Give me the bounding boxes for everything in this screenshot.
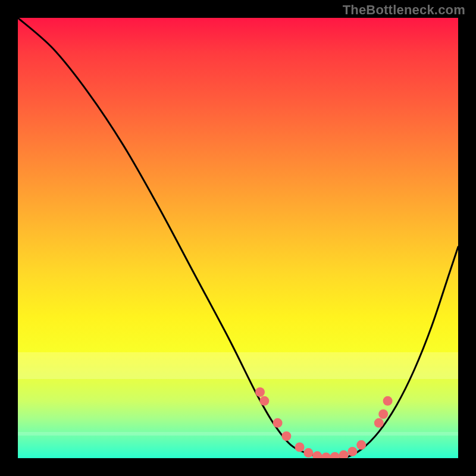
plot-area xyxy=(18,18,458,458)
marker-dot xyxy=(321,453,331,458)
bottleneck-curve xyxy=(18,18,458,458)
marker-dot xyxy=(330,452,340,458)
marker-dot xyxy=(295,443,305,452)
marker-dot xyxy=(347,447,357,456)
chart-frame: TheBottleneck.com xyxy=(0,0,476,476)
marker-dot xyxy=(339,450,349,458)
highlight-points xyxy=(255,387,393,458)
marker-dot xyxy=(312,451,322,458)
marker-dot xyxy=(383,396,393,406)
marker-dot xyxy=(281,431,291,441)
watermark-text: TheBottleneck.com xyxy=(343,2,465,18)
marker-dot xyxy=(259,396,269,406)
chart-svg xyxy=(18,18,458,458)
marker-dot xyxy=(356,440,366,450)
marker-dot xyxy=(374,418,384,428)
marker-dot xyxy=(378,409,388,419)
marker-dot xyxy=(255,387,265,397)
marker-dot xyxy=(273,418,283,428)
marker-dot xyxy=(303,448,313,458)
